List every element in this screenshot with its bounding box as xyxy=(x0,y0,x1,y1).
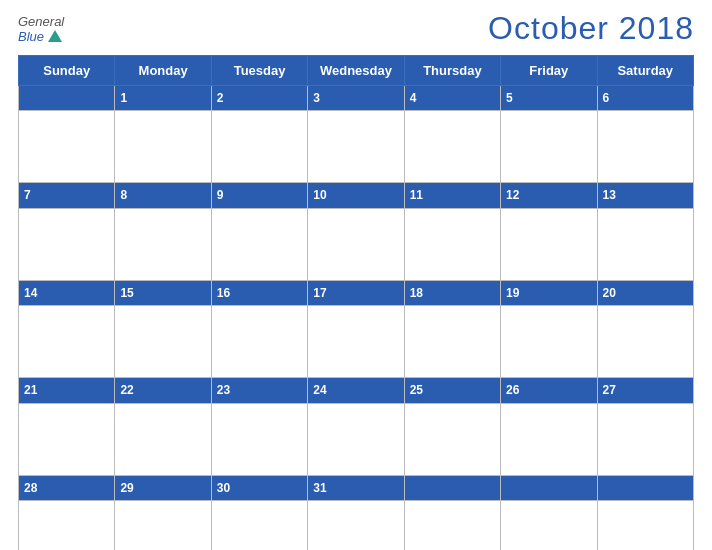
week-5-cell-6 xyxy=(597,500,693,550)
week-4-cell-2 xyxy=(211,403,307,475)
week-4-cell-6 xyxy=(597,403,693,475)
week-3-cell-6 xyxy=(597,306,693,378)
week-2-cell-3 xyxy=(308,208,404,280)
week-5-day-4-num xyxy=(404,475,500,500)
week-1-cell-3 xyxy=(308,111,404,183)
col-thursday: Thursday xyxy=(404,56,500,86)
logo-blue-text: Blue xyxy=(18,29,62,44)
week-2-day-4-num: 11 xyxy=(404,183,500,208)
week-1-content xyxy=(19,111,694,183)
week-2-day-2-num: 9 xyxy=(211,183,307,208)
week-4-cell-5 xyxy=(501,403,597,475)
week-2-day-1-num: 8 xyxy=(115,183,211,208)
week-2-cell-4 xyxy=(404,208,500,280)
week-4-day-1-num: 22 xyxy=(115,378,211,403)
week-5-cell-5 xyxy=(501,500,597,550)
week-5-cell-0 xyxy=(19,500,115,550)
week-1-day-0-num xyxy=(19,86,115,111)
col-saturday: Saturday xyxy=(597,56,693,86)
week-2-cell-2 xyxy=(211,208,307,280)
week-1-day-2-num: 2 xyxy=(211,86,307,111)
week-1-header: 123456 xyxy=(19,86,694,111)
week-3-day-6-num: 20 xyxy=(597,280,693,305)
week-3-cell-4 xyxy=(404,306,500,378)
week-5-day-3-num: 31 xyxy=(308,475,404,500)
week-1-day-4-num: 4 xyxy=(404,86,500,111)
week-2-day-5-num: 12 xyxy=(501,183,597,208)
week-5-day-2-num: 30 xyxy=(211,475,307,500)
week-4-cell-0 xyxy=(19,403,115,475)
week-3-day-0-num: 14 xyxy=(19,280,115,305)
week-4-cell-4 xyxy=(404,403,500,475)
logo-triangle-icon xyxy=(48,30,62,42)
week-5-cell-1 xyxy=(115,500,211,550)
week-3-day-2-num: 16 xyxy=(211,280,307,305)
week-5-day-6-num xyxy=(597,475,693,500)
week-2-header: 78910111213 xyxy=(19,183,694,208)
week-4-day-5-num: 26 xyxy=(501,378,597,403)
week-2-cell-1 xyxy=(115,208,211,280)
week-4-header: 21222324252627 xyxy=(19,378,694,403)
week-4-day-3-num: 24 xyxy=(308,378,404,403)
calendar-table: Sunday Monday Tuesday Wednesday Thursday… xyxy=(18,55,694,550)
week-5-cell-2 xyxy=(211,500,307,550)
logo: General Blue xyxy=(18,14,64,44)
calendar-page: General Blue October 2018 Sunday Monday … xyxy=(0,0,712,550)
week-2-day-0-num: 7 xyxy=(19,183,115,208)
week-5-content xyxy=(19,500,694,550)
col-sunday: Sunday xyxy=(19,56,115,86)
week-3-cell-2 xyxy=(211,306,307,378)
col-monday: Monday xyxy=(115,56,211,86)
logo-general-text: General xyxy=(18,14,64,29)
week-1-cell-5 xyxy=(501,111,597,183)
col-tuesday: Tuesday xyxy=(211,56,307,86)
week-3-header: 14151617181920 xyxy=(19,280,694,305)
week-2-cell-5 xyxy=(501,208,597,280)
calendar-title: October 2018 xyxy=(488,10,694,47)
week-2-cell-0 xyxy=(19,208,115,280)
week-3-cell-1 xyxy=(115,306,211,378)
week-1-cell-0 xyxy=(19,111,115,183)
week-5-day-1-num: 29 xyxy=(115,475,211,500)
calendar-header: General Blue October 2018 xyxy=(18,10,694,47)
week-5-header: 28293031 xyxy=(19,475,694,500)
week-4-cell-3 xyxy=(308,403,404,475)
week-2-day-6-num: 13 xyxy=(597,183,693,208)
week-4-day-0-num: 21 xyxy=(19,378,115,403)
week-1-cell-2 xyxy=(211,111,307,183)
week-5-cell-4 xyxy=(404,500,500,550)
week-3-day-3-num: 17 xyxy=(308,280,404,305)
week-4-day-2-num: 23 xyxy=(211,378,307,403)
weekday-header-row: Sunday Monday Tuesday Wednesday Thursday… xyxy=(19,56,694,86)
week-5-day-5-num xyxy=(501,475,597,500)
week-3-day-4-num: 18 xyxy=(404,280,500,305)
week-2-day-3-num: 10 xyxy=(308,183,404,208)
week-5-day-0-num: 28 xyxy=(19,475,115,500)
week-3-content xyxy=(19,306,694,378)
week-1-day-1-num: 1 xyxy=(115,86,211,111)
week-1-day-6-num: 6 xyxy=(597,86,693,111)
week-4-content xyxy=(19,403,694,475)
week-2-cell-6 xyxy=(597,208,693,280)
week-4-cell-1 xyxy=(115,403,211,475)
week-1-cell-6 xyxy=(597,111,693,183)
week-3-day-1-num: 15 xyxy=(115,280,211,305)
week-3-cell-0 xyxy=(19,306,115,378)
col-friday: Friday xyxy=(501,56,597,86)
week-4-day-4-num: 25 xyxy=(404,378,500,403)
week-1-day-5-num: 5 xyxy=(501,86,597,111)
week-1-cell-4 xyxy=(404,111,500,183)
week-1-day-3-num: 3 xyxy=(308,86,404,111)
week-4-day-6-num: 27 xyxy=(597,378,693,403)
week-3-day-5-num: 19 xyxy=(501,280,597,305)
week-3-cell-3 xyxy=(308,306,404,378)
week-5-cell-3 xyxy=(308,500,404,550)
col-wednesday: Wednesday xyxy=(308,56,404,86)
week-3-cell-5 xyxy=(501,306,597,378)
week-1-cell-1 xyxy=(115,111,211,183)
week-2-content xyxy=(19,208,694,280)
